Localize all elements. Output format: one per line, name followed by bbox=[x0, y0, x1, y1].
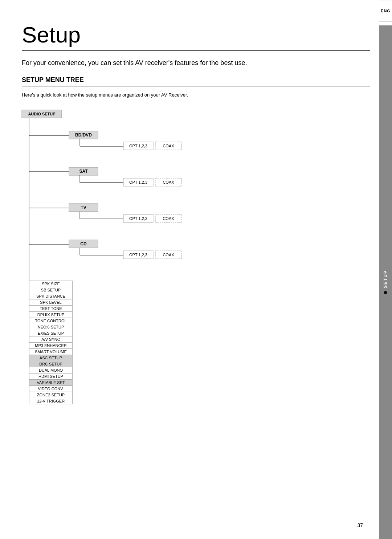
section-title: SETUP MENU TREE bbox=[22, 76, 84, 83]
page-container: ENG SETUP Setup For your convenience, yo… bbox=[0, 0, 392, 539]
right-tab: ENG SETUP bbox=[379, 0, 392, 539]
svg-text:OPT 1,2,3: OPT 1,2,3 bbox=[129, 216, 147, 221]
menu-list-item: A/V SYNC bbox=[29, 336, 73, 343]
menu-list-item: TEST TONE bbox=[29, 305, 73, 312]
menu-list-item: DPLIIX SETUP bbox=[29, 311, 73, 318]
svg-text:BD/DVD: BD/DVD bbox=[75, 132, 92, 138]
menu-list-item: HDMI SETUP bbox=[29, 373, 73, 380]
menu-list-item: SPK DISTANCE bbox=[29, 293, 73, 299]
svg-text:SAT: SAT bbox=[79, 169, 88, 174]
menu-list-item: TONE CONTROL bbox=[29, 318, 73, 324]
menu-list-item: ASC SETUP bbox=[29, 355, 73, 361]
menu-list-item: 12-V TRIGGER bbox=[29, 398, 73, 404]
menu-list-item: DRC SETUP bbox=[29, 361, 73, 367]
section-header: SETUP MENU TREE bbox=[22, 76, 370, 86]
svg-text:OPT 1,2,3: OPT 1,2,3 bbox=[129, 180, 147, 184]
page-title: Setup bbox=[22, 22, 370, 51]
eng-label: ENG bbox=[381, 9, 391, 13]
menu-list-item: NEO:6 SETUP bbox=[29, 324, 73, 330]
setup-tab-label: SETUP bbox=[383, 270, 388, 288]
menu-list-item: ZONE2 SETUP bbox=[29, 392, 73, 398]
setup-tab-text: SETUP bbox=[383, 270, 388, 294]
main-content: Setup For your convenience, you can set … bbox=[22, 0, 370, 404]
menu-list-item: SB SETUP bbox=[29, 287, 73, 293]
svg-text:AUDIO SETUP: AUDIO SETUP bbox=[28, 112, 55, 116]
menu-list-item: SMART VOLUME bbox=[29, 348, 73, 355]
svg-text:COAX: COAX bbox=[163, 216, 174, 221]
menu-list-item: DUAL MONO bbox=[29, 367, 73, 373]
page-number: 37 bbox=[357, 522, 363, 528]
svg-text:CD: CD bbox=[80, 241, 87, 246]
svg-text:COAX: COAX bbox=[163, 253, 174, 257]
eng-tab: ENG bbox=[379, 0, 392, 22]
menu-list: SPK SIZESB SETUPSPK DISTANCESPK LEVELTES… bbox=[29, 281, 370, 404]
setup-dot bbox=[384, 291, 387, 294]
svg-text:COAX: COAX bbox=[163, 144, 174, 148]
subtitle: For your convenience, you can set this A… bbox=[22, 58, 370, 68]
section-desc: Here's a quick look at how the setup men… bbox=[22, 92, 370, 98]
menu-list-item: VIDEO CONV. bbox=[29, 385, 73, 392]
menu-list-item: SPK LEVEL bbox=[29, 299, 73, 306]
menu-list-item: MP3 ENHANCER bbox=[29, 342, 73, 349]
svg-text:COAX: COAX bbox=[163, 180, 174, 184]
svg-text:TV: TV bbox=[81, 205, 86, 210]
setup-tab: SETUP bbox=[379, 25, 392, 539]
menu-list-container: SPK SIZESB SETUPSPK DISTANCESPK LEVELTES… bbox=[29, 281, 370, 404]
menu-list-item: VARIABLE SET bbox=[29, 379, 73, 386]
menu-list-item: EX/ES SETUP bbox=[29, 330, 73, 336]
svg-text:OPT 1,2,3: OPT 1,2,3 bbox=[129, 144, 147, 148]
svg-text:OPT 1,2,3: OPT 1,2,3 bbox=[129, 253, 147, 257]
menu-list-item: SPK SIZE bbox=[29, 281, 73, 287]
